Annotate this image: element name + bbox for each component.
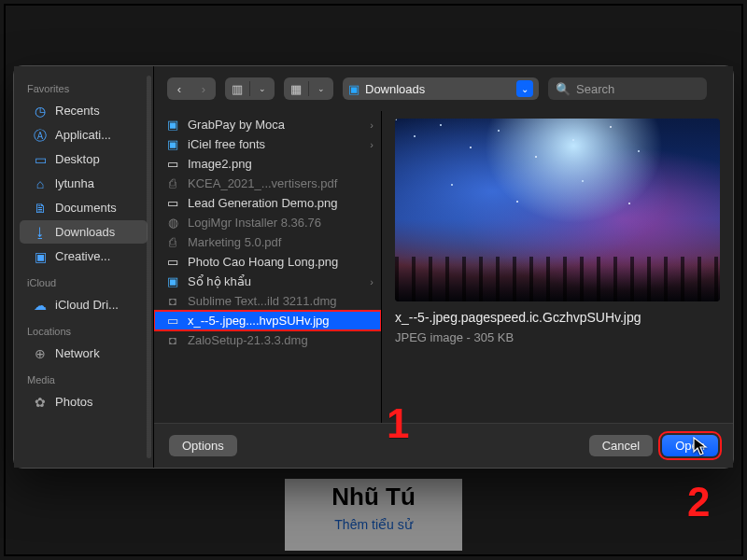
sidebar-item-home[interactable]: ⌂lytunha [20,172,148,195]
file-name: Lead Generation Demo.png [188,196,370,210]
location-label: Downloads [365,82,425,96]
file-name: x_--5-.jpeg....hvpSUHv.jpg [188,314,370,328]
home-icon: ⌂ [33,177,48,190]
sidebar-item-label: iCloud Dri... [55,298,119,312]
image-icon: ▭ [165,196,180,210]
sidebar-item-label: Recents [55,104,100,118]
preview-thumbnail [395,119,720,301]
cancel-button[interactable]: Cancel [589,435,653,456]
file-row[interactable]: ▣GrabPay by Moca› [154,115,381,134]
dmg-icon: ◘ [165,333,180,347]
file-row[interactable]: ▣Sổ hộ khẩu› [154,272,381,291]
group-segmented[interactable]: ▦ ⌄ [284,77,333,100]
profile-subtitle[interactable]: Thêm tiểu sử [285,511,462,551]
file-list-column[interactable]: ▣GrabPay by Moca›▣iCiel free fonts›▭Imag… [154,111,382,423]
preview-pane: x_--5-.jpeg.pagespeed.ic.GczhvpSUHv.jpg … [382,111,733,423]
sidebar-heading-media: Media [14,371,153,389]
file-name: Photo Cao Hoang Long.png [188,255,370,269]
search-icon: 🔍 [556,82,571,96]
sidebar-item-icloud-drive[interactable]: ☁iCloud Dri... [20,293,148,316]
view-mode-segmented[interactable]: ▥ ⌄ [225,77,275,100]
chevron-down-icon[interactable]: ⌄ [309,77,333,100]
sidebar-heading-locations: Locations [14,322,153,341]
file-name: GrabPay by Moca [188,118,370,132]
apps-icon: Ⓐ [33,129,48,142]
sidebar-item-downloads[interactable]: ⭳Downloads [20,220,148,244]
image-icon: ▭ [165,314,180,328]
file-name: Image2.png [188,157,370,171]
sidebar-item-label: lytunha [55,176,94,190]
annotation-1: 1 [387,403,409,444]
grid-icon[interactable]: ▦ [284,77,308,100]
clock-icon: ◷ [33,105,48,118]
chevron-down-icon[interactable]: ⌄ [250,77,275,100]
file-row[interactable]: ◘Sublime Text...ild 3211.dmg [154,291,381,311]
dialog-footer: Options Cancel Open [154,423,733,468]
file-name: Sổ hộ khẩu [188,274,370,288]
folder-icon: ▣ [165,137,180,151]
sidebar-item-label: Network [55,346,100,360]
forward-button[interactable]: › [191,77,216,100]
cloud-icon: ☁ [33,299,48,312]
sidebar-item-photos[interactable]: ✿Photos [20,390,148,413]
chevron-right-icon: › [370,139,374,150]
open-button[interactable]: Open [662,435,718,456]
sidebar-item-creative[interactable]: ▣Creative... [20,245,148,268]
sidebar-item-applications[interactable]: ⒶApplicati... [20,123,148,147]
folder-icon: ▣ [33,250,48,263]
file-row[interactable]: ▭Photo Cao Hoang Long.png [154,252,381,272]
sidebar-item-label: Desktop [55,152,100,166]
sidebar-item-label: Downloads [55,225,115,239]
pdf-icon: ⎙ [165,235,180,249]
preview-meta: JPEG image - 305 KB [395,330,720,344]
folder-icon: ▣ [165,274,180,288]
dmg-icon: ◘ [165,294,180,308]
file-name: LogiMgr Installer 8.36.76 [188,216,370,230]
file-row[interactable]: ▭Lead Generation Demo.png [154,193,381,213]
sidebar-item-label: Applicati... [55,128,111,142]
search-field[interactable]: 🔍 Search [548,77,707,100]
file-row[interactable]: ▭Image2.png [154,154,381,174]
sidebar: Favorites ◷Recents ⒶApplicati... ▭Deskto… [14,66,154,468]
photos-icon: ✿ [33,396,48,409]
open-file-dialog: Favorites ◷Recents ⒶApplicati... ▭Deskto… [13,65,734,469]
sidebar-item-recents[interactable]: ◷Recents [20,99,148,122]
sidebar-heading-icloud: iCloud [14,273,153,292]
main-panel: ‹ › ▥ ⌄ ▦ ⌄ ▣ Downloads ⌄ [154,66,733,468]
file-row[interactable]: ◍LogiMgr Installer 8.36.76 [154,213,381,232]
globe-icon: ⊕ [33,347,48,360]
file-row[interactable]: ▣iCiel free fonts› [154,134,381,154]
sidebar-item-documents[interactable]: 🗎Documents [20,196,148,219]
file-name: ZaloSetup-21.3.3.dmg [188,333,370,347]
pkg-icon: ◍ [165,216,180,230]
open-button-highlight: Open [662,435,718,456]
columns-view-icon[interactable]: ▥ [225,77,249,100]
sidebar-item-label: Creative... [55,249,110,263]
sidebar-item-label: Photos [55,395,92,409]
profile-name: Nhũ Tú [285,479,462,511]
file-name: KCEA_2021_...vertisers.pdf [188,176,370,190]
sidebar-item-network[interactable]: ⊕Network [20,342,148,365]
pdf-icon: ⎙ [165,176,180,190]
options-button[interactable]: Options [169,435,237,456]
file-name: Sublime Text...ild 3211.dmg [188,294,370,308]
back-button[interactable]: ‹ [167,77,191,100]
file-row[interactable]: ⎙KCEA_2021_...vertisers.pdf [154,174,381,193]
folder-icon: ▣ [348,82,359,96]
sidebar-item-desktop[interactable]: ▭Desktop [20,147,148,171]
sidebar-heading-favorites: Favorites [14,79,153,98]
location-popup[interactable]: ▣ Downloads ⌄ [343,77,539,100]
folder-icon: ▣ [165,118,180,132]
image-icon: ▭ [165,255,180,269]
file-row[interactable]: ◘ZaloSetup-21.3.3.dmg [154,330,381,350]
desktop-icon: ▭ [33,153,48,166]
annotation-2: 2 [687,482,710,523]
toolbar: ‹ › ▥ ⌄ ▦ ⌄ ▣ Downloads ⌄ [154,66,733,111]
file-row[interactable]: ⎙Marketing 5.0.pdf [154,232,381,252]
file-name: Marketing 5.0.pdf [188,235,370,249]
file-row[interactable]: ▭x_--5-.jpeg....hvpSUHv.jpg [154,311,381,330]
nav-back-forward: ‹ › [167,77,216,100]
image-icon: ▭ [165,157,180,171]
cursor-pointer-icon [693,437,708,457]
sidebar-item-label: Documents [55,201,117,215]
